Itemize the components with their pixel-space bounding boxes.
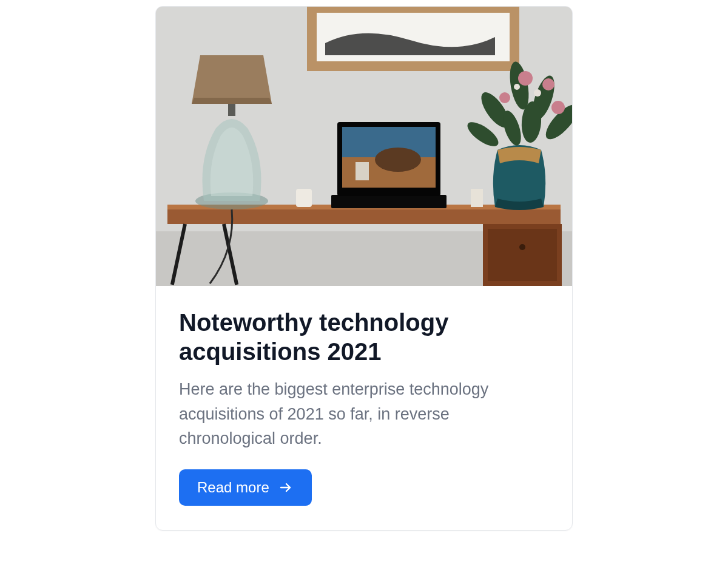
read-more-button[interactable]: Read more	[179, 469, 312, 506]
svg-point-29	[518, 71, 533, 86]
svg-point-32	[551, 101, 565, 114]
card-title: Noteworthy technology acquisitions 2021	[179, 308, 549, 366]
svg-point-33	[534, 89, 541, 97]
card-title-link[interactable]: Noteworthy technology acquisitions 2021	[179, 308, 549, 366]
svg-rect-9	[488, 229, 557, 281]
svg-rect-21	[471, 189, 483, 207]
card-body: Noteworthy technology acquisitions 2021 …	[156, 286, 572, 530]
svg-rect-14	[331, 195, 447, 208]
svg-rect-20	[356, 162, 369, 180]
svg-rect-12	[228, 104, 235, 116]
card-description: Here are the biggest enterprise technolo…	[179, 377, 549, 451]
arrow-right-icon	[278, 480, 294, 495]
svg-point-10	[519, 244, 525, 250]
read-more-label: Read more	[197, 479, 269, 496]
svg-rect-4	[167, 208, 561, 224]
svg-point-34	[514, 84, 520, 90]
card-image-illustration	[156, 7, 572, 286]
svg-point-30	[542, 78, 554, 90]
svg-point-19	[375, 148, 421, 172]
article-card: Noteworthy technology acquisitions 2021 …	[155, 6, 573, 531]
svg-point-31	[499, 92, 510, 103]
card-image-link[interactable]	[156, 7, 572, 286]
svg-rect-13	[296, 189, 312, 207]
